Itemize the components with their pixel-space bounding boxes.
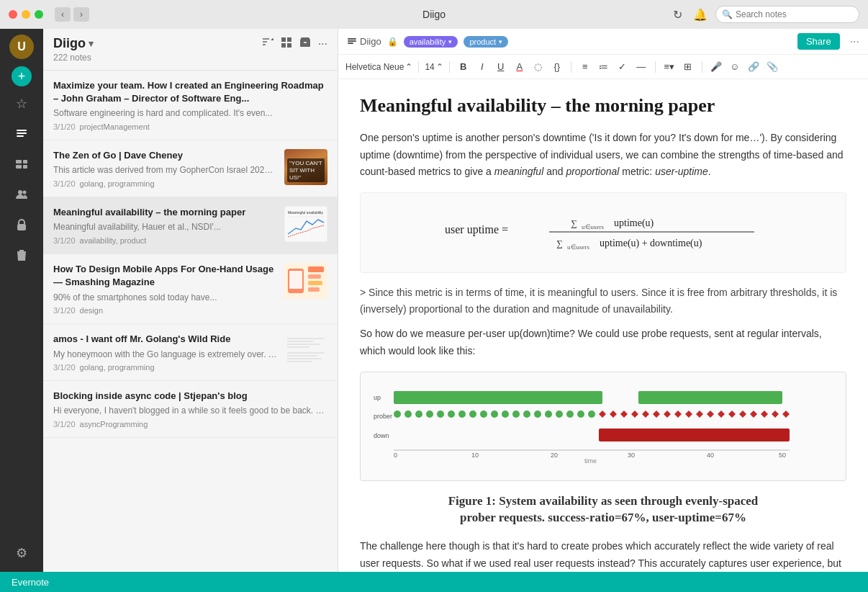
archive-icon[interactable] [299,37,311,51]
svg-text:prober: prober [374,413,392,420]
maximize-button[interactable] [35,10,43,19]
align-button[interactable]: ≡▾ [661,59,677,75]
sidebar-item-notes[interactable] [9,121,35,147]
note-tag: golang, programming [80,179,155,188]
font-size-selector[interactable]: 14 ⌃ [425,62,443,72]
svg-text:50: 50 [779,452,786,459]
svg-rect-3 [16,160,22,163]
svg-point-67 [545,411,552,418]
note-preview: Software engineering is hard and complic… [53,107,327,120]
titlebar: ‹ › Diigo ↻ 🔔 🔍 [0,0,868,29]
note-title: amos - I want off Mr. Golang's Wild Ride [53,333,277,346]
svg-marker-86 [750,411,757,418]
notes-title[interactable]: Diigo ▾ [53,36,94,51]
checklist-button[interactable]: ✓ [615,59,630,75]
tag-product[interactable]: product ▾ [464,36,508,48]
numbered-list-button[interactable]: ≔ [596,59,612,75]
note-thumbnail [284,333,327,369]
note-text: Meaningful availability – the morning pa… [53,206,277,245]
svg-rect-2 [17,135,24,137]
emoji-button[interactable]: ☺ [727,59,743,75]
highlight-button[interactable]: ◌ [530,59,546,75]
italic-button[interactable]: I [474,59,490,75]
color-button[interactable]: A [512,59,528,75]
sidebar-item-tags[interactable] [9,151,35,177]
body-paragraph-3: The challenge here though is that it's h… [360,538,846,572]
bottom-bar-label: Evernote [12,577,49,588]
sidebar-item-settings[interactable]: ⚙ [9,540,35,566]
svg-marker-84 [728,411,736,418]
list-item[interactable]: How To Design Mobile Apps For One-Hand U… [43,254,338,324]
svg-rect-17 [300,40,310,47]
add-note-button[interactable]: + [12,66,32,86]
svg-rect-13 [281,37,286,42]
underline-button[interactable]: U [493,59,509,75]
sidebar-item-people[interactable] [9,181,35,207]
back-button[interactable]: ‹ [55,7,71,22]
note-tag: design [80,306,103,315]
svg-point-55 [415,411,422,418]
note-text: The Zen of Go | Dave Cheney This article… [53,149,277,188]
svg-rect-4 [16,165,22,169]
note-date: 3/1/20 [53,122,76,131]
svg-rect-25 [308,266,324,272]
note-text: Blocking inside async code | Stjepan's b… [53,390,327,429]
list-item[interactable]: The Zen of Go | Dave Cheney This article… [43,140,338,197]
tag-availability[interactable]: availability ▾ [404,36,458,48]
note-thumbnail: Meaningful availability [284,206,327,242]
svg-text:30: 30 [628,452,635,459]
bullet-list-button[interactable]: ≡ [577,59,593,75]
more-notes-icon[interactable]: ··· [318,37,327,50]
forward-button[interactable]: › [73,7,89,22]
svg-point-62 [491,411,498,418]
audio-button[interactable]: 🎤 [708,59,724,75]
divider-button[interactable]: — [633,59,649,75]
refresh-icon[interactable]: ↻ [669,6,685,22]
list-item[interactable]: Maximize your team. How I created an Eng… [43,71,338,140]
editor-content[interactable]: Meaningful availability – the morning pa… [338,79,868,572]
view-icon[interactable] [281,37,292,51]
note-date: 3/1/20 [53,179,76,188]
svg-text:∑: ∑ [571,218,577,228]
main-layout: U + ☆ ⚙ Diigo ▾ [0,29,868,572]
close-button[interactable] [9,10,17,19]
svg-text:∑: ∑ [556,238,563,248]
search-input[interactable] [736,9,853,19]
link-button[interactable]: 🔗 [746,59,761,75]
note-thumbnail: "YOU CAN'T SIT WITH US!" [284,149,327,185]
sidebar-item-lock[interactable] [9,212,35,238]
table-button[interactable]: ⊞ [680,59,696,75]
note-thumbnail [284,263,327,299]
more-options-button[interactable]: ··· [850,35,859,48]
list-item[interactable]: Meaningful availability – the morning pa… [43,197,338,254]
note-preview: This article was derived from my GopherC… [53,164,277,176]
svg-rect-14 [287,37,291,42]
bell-icon[interactable]: 🔔 [692,6,708,22]
availability-chart: up prober [360,372,846,481]
svg-marker-75 [631,411,638,418]
sidebar-item-star[interactable]: ☆ [9,91,35,117]
sort-icon[interactable] [262,37,273,50]
icon-sidebar: U + ☆ ⚙ [0,29,43,572]
svg-rect-26 [308,274,321,279]
svg-point-54 [404,411,412,418]
svg-rect-29 [284,333,327,369]
note-preview: Hi everyone, I haven't blogged in a whil… [53,405,327,417]
svg-rect-28 [308,287,320,292]
sidebar-item-trash[interactable] [9,242,35,268]
code-button[interactable]: {} [549,59,565,75]
notes-list: Maximize your team. How I created an Eng… [43,71,338,572]
note-editor-title[interactable]: Meaningful availability – the morning pa… [360,94,846,118]
bold-button[interactable]: B [456,59,471,75]
editor-body[interactable]: One person's uptime is another person's … [360,130,846,572]
minimize-button[interactable] [22,10,30,19]
svg-point-70 [577,411,584,418]
share-button[interactable]: Share [797,33,840,50]
svg-point-59 [458,411,466,418]
font-selector[interactable]: Helvetica Neue ⌃ [345,62,412,72]
note-meta: 3/1/20 availability, product [53,236,277,245]
search-bar: 🔍 [715,6,859,23]
list-item[interactable]: Blocking inside async code | Stjepan's b… [43,381,338,438]
list-item[interactable]: amos - I want off Mr. Golang's Wild Ride… [43,324,338,381]
attachment-button[interactable]: 📎 [764,59,780,75]
